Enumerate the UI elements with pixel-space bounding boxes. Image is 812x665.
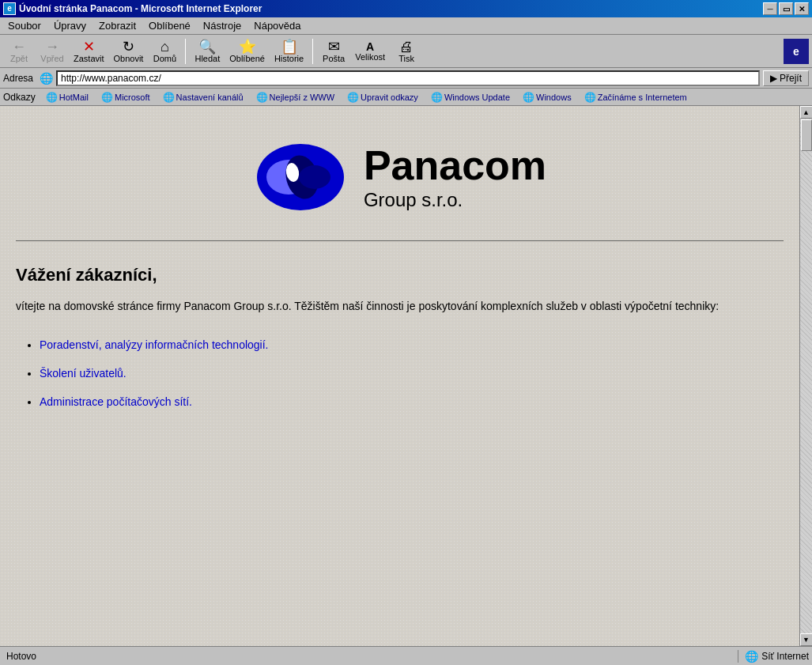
menu-bar: Soubor Úpravy Zobrazit Oblíbené Nástroje… bbox=[0, 17, 812, 35]
go-label: Přejít bbox=[780, 73, 802, 84]
link-best[interactable]: 🌐 Nejlepší z WWW bbox=[251, 90, 341, 104]
stop-label: Zastavit bbox=[74, 54, 104, 63]
company-name: Panacom bbox=[364, 143, 546, 188]
company-subtitle: Group s.r.o. bbox=[364, 189, 546, 211]
history-icon: 📋 bbox=[281, 40, 298, 54]
restore-button[interactable]: ▭ bbox=[779, 2, 793, 15]
link-manage[interactable]: 🌐 Upravit odkazy bbox=[342, 90, 424, 104]
link-windows-update-label: Windows Update bbox=[444, 93, 510, 102]
service-training: Školení uživatelů. bbox=[40, 367, 784, 380]
service-admin-link[interactable]: Administrace počítačových sítí. bbox=[40, 395, 192, 408]
link-icon: 🌐 bbox=[101, 92, 113, 103]
vertical-scrollbar[interactable]: ▲ ▼ bbox=[799, 106, 812, 646]
size-label: Velikost bbox=[355, 52, 385, 62]
link-windows-update[interactable]: 🌐 Windows Update bbox=[425, 90, 516, 104]
link-manage-label: Upravit odkazy bbox=[361, 93, 418, 102]
toolbar-separator-1 bbox=[185, 39, 186, 64]
menu-upravy[interactable]: Úpravy bbox=[47, 18, 93, 33]
forward-label: Vpřed bbox=[40, 54, 63, 63]
link-icon: 🌐 bbox=[163, 92, 175, 103]
print-label: Tisk bbox=[398, 54, 414, 63]
window-icon: e bbox=[3, 2, 16, 15]
network-icon: 🌐 bbox=[745, 650, 758, 663]
minimize-button[interactable]: ─ bbox=[763, 2, 777, 15]
menu-oblibene[interactable]: Oblíbené bbox=[142, 18, 197, 33]
menu-napoveda[interactable]: Nápověda bbox=[247, 18, 307, 33]
favorites-button[interactable]: ⭐ Oblíbené bbox=[225, 37, 269, 66]
go-arrow-icon: ▶ bbox=[770, 73, 777, 84]
link-hotmail-label: HotMail bbox=[59, 93, 89, 102]
window-controls: ─ ▭ ✕ bbox=[763, 2, 809, 15]
browser-content: Panacom Group s.r.o. Vážení zákazníci, v… bbox=[0, 106, 812, 646]
link-best-label: Nejlepší z WWW bbox=[270, 93, 335, 102]
size-button[interactable]: A Velikost bbox=[351, 37, 389, 66]
service-training-link[interactable]: Školení uživatelů. bbox=[40, 367, 127, 380]
link-hotmail[interactable]: 🌐 HotMail bbox=[40, 90, 94, 104]
home-icon: ⌂ bbox=[161, 40, 169, 54]
link-icon: 🌐 bbox=[256, 92, 268, 103]
back-button[interactable]: ← Zpět bbox=[3, 37, 35, 66]
status-right: 🌐 Síť Internet bbox=[738, 650, 809, 663]
refresh-label: Obnovit bbox=[114, 54, 144, 63]
msn-logo: e bbox=[784, 39, 809, 64]
refresh-icon: ↻ bbox=[123, 40, 134, 54]
link-icon: 🌐 bbox=[46, 92, 58, 103]
mail-label: Pošta bbox=[323, 54, 345, 63]
toolbar: ← Zpět → Vpřed ✕ Zastavit ↻ Obnovit ⌂ Do… bbox=[0, 35, 812, 68]
search-button[interactable]: 🔍 Hledat bbox=[191, 37, 224, 66]
status-bar: Hotovo 🌐 Síť Internet bbox=[0, 646, 812, 665]
link-microsoft-label: Microsoft bbox=[115, 93, 150, 102]
link-channels[interactable]: 🌐 Nastavení kanálů bbox=[157, 90, 249, 104]
link-microsoft[interactable]: 🌐 Microsoft bbox=[96, 90, 156, 104]
address-input[interactable] bbox=[56, 70, 760, 86]
go-button[interactable]: ▶ Přejít bbox=[763, 70, 809, 86]
scroll-up-button[interactable]: ▲ bbox=[800, 106, 813, 119]
refresh-button[interactable]: ↻ Obnovit bbox=[110, 37, 148, 66]
menu-nastroje[interactable]: Nástroje bbox=[197, 18, 247, 33]
service-admin: Administrace počítačových sítí. bbox=[40, 395, 784, 408]
back-label: Zpět bbox=[10, 54, 28, 63]
company-name-block: Panacom Group s.r.o. bbox=[364, 143, 546, 210]
close-button[interactable]: ✕ bbox=[795, 2, 809, 15]
link-channels-label: Nastavení kanálů bbox=[176, 93, 244, 102]
forward-button[interactable]: → Vpřed bbox=[36, 37, 68, 66]
forward-icon: → bbox=[45, 40, 59, 54]
network-label: Síť Internet bbox=[761, 651, 809, 662]
home-label: Domů bbox=[153, 54, 176, 63]
scroll-down-button[interactable]: ▼ bbox=[800, 633, 813, 646]
links-label: Odkazy bbox=[3, 92, 36, 103]
window-title: Úvodní stránka Panacom - Microsoft Inter… bbox=[19, 3, 763, 14]
search-label: Hledat bbox=[195, 54, 220, 63]
mail-icon: ✉ bbox=[328, 40, 340, 54]
scroll-thumb[interactable] bbox=[801, 119, 812, 151]
print-button[interactable]: 🖨 Tisk bbox=[391, 37, 422, 66]
address-bar: Adresa 🌐 ▶ Přejít bbox=[0, 68, 812, 89]
home-button[interactable]: ⌂ Domů bbox=[149, 37, 180, 66]
link-windows[interactable]: 🌐 Windows bbox=[517, 90, 577, 104]
page-greeting: Vážení zákazníci, bbox=[16, 265, 784, 285]
link-starting[interactable]: 🌐 Začínáme s Internetem bbox=[579, 90, 693, 104]
services-list: Poradenství, analýzy informačních techno… bbox=[40, 338, 784, 408]
page-icon: 🌐 bbox=[40, 72, 53, 85]
link-icon: 🌐 bbox=[584, 92, 596, 103]
size-icon: A bbox=[366, 41, 374, 52]
favorites-icon: ⭐ bbox=[239, 40, 256, 54]
menu-zobrazit[interactable]: Zobrazit bbox=[93, 18, 142, 33]
link-windows-label: Windows bbox=[536, 93, 572, 102]
service-consulting: Poradenství, analýzy informačních techno… bbox=[40, 338, 784, 351]
history-button[interactable]: 📋 Historie bbox=[270, 37, 308, 66]
search-icon: 🔍 bbox=[198, 40, 216, 54]
mail-button[interactable]: ✉ Pošta bbox=[318, 37, 349, 66]
webpage: Panacom Group s.r.o. Vážení zákazníci, v… bbox=[0, 106, 799, 646]
links-bar: Odkazy 🌐 HotMail 🌐 Microsoft 🌐 Nastavení… bbox=[0, 89, 812, 106]
scroll-track[interactable] bbox=[800, 119, 813, 633]
menu-soubor[interactable]: Soubor bbox=[2, 18, 47, 33]
favorites-label: Oblíbené bbox=[229, 54, 265, 63]
link-icon: 🌐 bbox=[431, 92, 443, 103]
svg-point-4 bbox=[299, 165, 330, 189]
stop-icon: ✕ bbox=[83, 40, 95, 54]
page-divider bbox=[16, 240, 784, 241]
page-header: Panacom Group s.r.o. bbox=[16, 122, 784, 240]
service-consulting-link[interactable]: Poradenství, analýzy informačních techno… bbox=[40, 338, 269, 351]
stop-button[interactable]: ✕ Zastavit bbox=[70, 37, 108, 66]
